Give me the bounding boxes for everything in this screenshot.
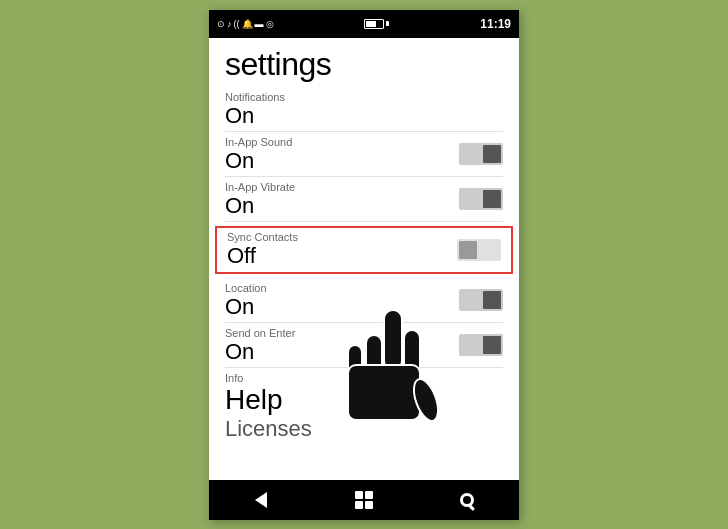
sound-toggle[interactable] [459,143,503,165]
wifi-icon: (( [234,19,240,29]
setting-item-location[interactable]: Location On [209,278,519,322]
location-toggle[interactable] [459,289,503,311]
bottom-bar [209,480,519,520]
search-button[interactable] [452,485,482,515]
sync-contacts-toggle-container [457,239,501,261]
search-icon [460,493,474,507]
bars-icon: ▬ [255,19,264,29]
setting-item-licenses[interactable]: Licenses [209,416,519,446]
notifications-label: Notifications [225,91,503,103]
info-label: Info [225,372,503,384]
windows-q1 [355,491,363,499]
sync-contacts-toggle[interactable] [457,239,501,261]
sound-toggle-container [459,143,503,165]
windows-q4 [365,501,373,509]
divider-3 [225,221,503,222]
vibrate-toggle[interactable] [459,188,503,210]
circle-icon: ◎ [266,19,274,29]
setting-item-sync-contacts[interactable]: Sync Contacts Off [215,226,513,274]
send-on-enter-toggle[interactable] [459,334,503,356]
licenses-value: Licenses [225,416,503,442]
settings-list: Notifications On In-App Sound On In-App … [209,87,519,446]
battery-fill [366,21,376,27]
info-value: Help [225,384,503,416]
setting-item-send-on-enter[interactable]: Send on Enter On [209,323,519,367]
back-button[interactable] [246,485,276,515]
setting-item-notifications[interactable]: Notifications On [209,87,519,131]
send-on-enter-toggle-container [459,334,503,356]
setting-item-vibrate[interactable]: In-App Vibrate On [209,177,519,221]
alarm-icon: ⊙ [217,19,225,29]
music-icon: ♪ [227,19,232,29]
location-toggle-thumb [483,291,501,309]
setting-item-sound[interactable]: In-App Sound On [209,132,519,176]
back-arrow-icon [255,492,267,508]
windows-button[interactable] [349,485,379,515]
status-icons: ⊙ ♪ (( 🔔 ▬ ◎ [217,19,274,29]
location-toggle-container [459,289,503,311]
sync-contacts-toggle-thumb [459,241,477,259]
notifications-value: On [225,103,503,129]
battery-indicator [364,19,389,29]
page-content: settings Notifications On In-App Sound O… [209,38,519,480]
status-time: 11:19 [480,17,511,31]
vibrate-toggle-thumb [483,190,501,208]
phone-container: ⊙ ♪ (( 🔔 ▬ ◎ 11:19 settings Notification… [209,10,519,520]
windows-q3 [355,501,363,509]
vibrate-toggle-container [459,188,503,210]
battery-tip [386,21,389,26]
page-title: settings [209,38,519,87]
status-bar: ⊙ ♪ (( 🔔 ▬ ◎ 11:19 [209,10,519,38]
windows-logo-icon [355,491,373,509]
send-on-enter-toggle-thumb [483,336,501,354]
setting-item-info[interactable]: Info Help [209,368,519,416]
windows-q2 [365,491,373,499]
sound-toggle-thumb [483,145,501,163]
bell-icon: 🔔 [242,19,253,29]
